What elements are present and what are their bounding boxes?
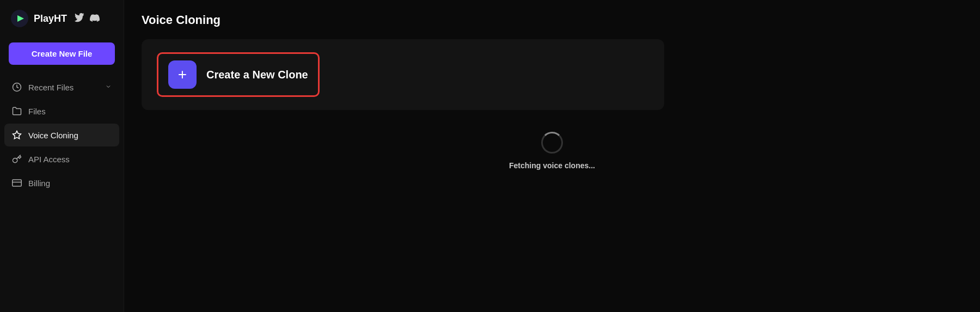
twitter-icon[interactable] — [75, 13, 84, 25]
plus-icon-wrapper: + — [168, 60, 197, 89]
playht-logo-icon — [11, 10, 28, 27]
clock-icon — [12, 82, 22, 92]
sidebar-item-api-access[interactable]: API Access — [4, 148, 119, 170]
credit-card-icon — [12, 178, 22, 188]
sidebar-item-files[interactable]: Files — [4, 100, 119, 123]
key-icon — [12, 154, 22, 164]
voice-cloning-label: Voice Cloning — [28, 131, 112, 140]
logo-text: PlayHT — [34, 13, 67, 25]
main-content: Voice Cloning + Create a New Clone Fetch… — [124, 0, 980, 312]
folder-icon — [12, 106, 22, 116]
clone-area-card: + Create a New Clone — [142, 39, 664, 110]
create-new-clone-button[interactable]: + Create a New Clone — [161, 56, 316, 93]
create-clone-label: Create a New Clone — [206, 69, 308, 81]
files-label: Files — [28, 107, 112, 116]
plus-icon: + — [178, 67, 187, 82]
social-icons-group — [75, 13, 100, 25]
api-access-label: API Access — [28, 155, 112, 164]
create-clone-highlight-border: + Create a New Clone — [157, 52, 320, 97]
recent-files-label: Recent Files — [28, 83, 99, 92]
svg-rect-4 — [13, 180, 22, 186]
discord-icon[interactable] — [90, 13, 100, 25]
svg-marker-3 — [13, 131, 21, 139]
billing-label: Billing — [28, 179, 112, 188]
loading-spinner — [541, 132, 563, 154]
create-new-file-button[interactable]: Create New File — [9, 42, 115, 65]
sidebar-item-recent-files[interactable]: Recent Files — [4, 76, 119, 99]
page-title: Voice Cloning — [142, 13, 963, 27]
star-icon — [12, 130, 22, 140]
loading-area: Fetching voice clones... — [142, 132, 963, 170]
loading-text: Fetching voice clones... — [509, 161, 595, 170]
sidebar-item-voice-cloning[interactable]: Voice Cloning — [4, 124, 119, 146]
sidebar-nav: Recent Files Files Voice Cl — [0, 76, 124, 194]
sidebar-header: PlayHT — [0, 0, 124, 37]
chevron-down-icon — [105, 83, 112, 91]
sidebar-item-billing[interactable]: Billing — [4, 172, 119, 194]
sidebar: PlayHT Create New File — [0, 0, 124, 312]
